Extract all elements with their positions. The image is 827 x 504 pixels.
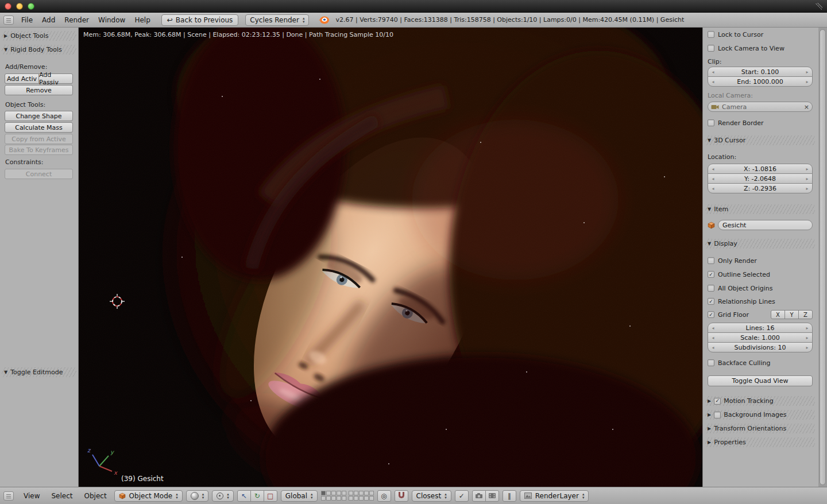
cursor-y-slider[interactable]: ◂ Y: -2.0648 ▸ — [708, 173, 813, 184]
grid-floor-checkbox[interactable]: ✓ — [708, 311, 714, 318]
connect-button[interactable]: Connect — [5, 169, 73, 179]
stepper-right-icon[interactable]: ▸ — [805, 166, 810, 172]
render-border-checkbox[interactable] — [708, 119, 714, 126]
only-render-checkbox[interactable] — [708, 257, 714, 264]
editor-type-button[interactable] — [3, 15, 14, 25]
layer-cell[interactable] — [349, 491, 353, 495]
stepper-right-icon[interactable]: ▸ — [805, 335, 810, 340]
stepper-left-icon[interactable]: ◂ — [710, 69, 716, 75]
stepper-right-icon[interactable]: ▸ — [805, 79, 810, 84]
local-camera-field[interactable]: Camera × — [708, 102, 813, 112]
clip-end-slider[interactable]: ◂ End: 1000.000 ▸ — [708, 76, 813, 87]
layer-cell[interactable] — [326, 496, 331, 501]
viewport-canvas[interactable]: x y z Mem: 306.68M, Peak: 306.68M | Scen… — [79, 28, 702, 487]
back-to-previous-button[interactable]: ↩ Back to Previous — [161, 14, 239, 26]
layer-cell[interactable] — [354, 496, 358, 501]
grid-axis-y-toggle[interactable]: Y — [785, 310, 799, 319]
clip-start-slider[interactable]: ◂ Start: 0.100 ▸ — [708, 67, 813, 77]
editor-type-button[interactable] — [3, 491, 14, 501]
panel-header-properties[interactable]: ▶ Properties — [705, 437, 815, 447]
layer-cell[interactable] — [364, 496, 369, 501]
stepper-right-icon[interactable]: ▸ — [805, 325, 810, 331]
scale-manipulator-icon[interactable]: □ — [264, 490, 277, 502]
layer-cell[interactable] — [369, 491, 374, 495]
menu-view[interactable]: View — [20, 492, 44, 500]
clear-camera-icon[interactable]: × — [804, 103, 809, 111]
render-engine-select[interactable]: Cycles Render ▴▾ — [245, 14, 309, 26]
panel-header-toggle-editmode[interactable]: ▼ Toggle Editmode — [2, 367, 76, 377]
panel-header-display[interactable]: ▼ Display — [705, 239, 815, 249]
scrollbar-thumb[interactable] — [820, 29, 826, 485]
zoom-window-button[interactable] — [28, 3, 34, 10]
cursor-x-slider[interactable]: ◂ X: -1.0816 ▸ — [708, 164, 813, 174]
stepper-right-icon[interactable]: ▸ — [805, 69, 810, 75]
add-active-button[interactable]: Add Activ — [5, 73, 39, 84]
layer-cell[interactable] — [331, 496, 336, 501]
layer-cell[interactable] — [337, 491, 341, 495]
render-layer-select[interactable]: RenderLayer ▴▾ — [520, 490, 589, 502]
remove-button[interactable]: Remove — [5, 85, 73, 95]
stepper-left-icon[interactable]: ◂ — [710, 345, 716, 350]
grid-axis-z-toggle[interactable]: Z — [798, 310, 813, 319]
opengl-render-anim-button[interactable] — [485, 490, 499, 502]
menu-object[interactable]: Object — [80, 492, 111, 500]
menu-help[interactable]: Help — [130, 16, 154, 24]
proportional-edit-button[interactable]: ◎ — [377, 490, 391, 502]
stepper-left-icon[interactable]: ◂ — [710, 186, 716, 191]
layer-cell[interactable] — [349, 496, 353, 501]
snap-align-button[interactable]: ✓ — [455, 490, 469, 502]
layer-cell[interactable] — [359, 491, 364, 495]
snap-toggle-button[interactable] — [395, 490, 408, 502]
add-passive-button[interactable]: Add Passiv — [38, 73, 73, 84]
pivot-point-select[interactable]: ▴▾ — [212, 490, 234, 502]
grid-subdivisions-slider[interactable]: ◂ Subdivisions: 10 ▸ — [708, 342, 813, 352]
grid-axis-x-toggle[interactable]: X — [771, 310, 785, 319]
n-panel-scrollbar[interactable] — [818, 28, 827, 487]
stepper-left-icon[interactable]: ◂ — [710, 79, 716, 84]
layer-cell[interactable] — [342, 496, 346, 501]
panel-header-transform-orientations[interactable]: ▶ Transform Orientations — [705, 424, 815, 433]
layer-cell[interactable] — [337, 496, 341, 501]
layer-cell[interactable] — [342, 491, 346, 495]
layer-cell[interactable] — [331, 491, 336, 495]
panel-header-object-tools[interactable]: ▶ Object Tools — [2, 31, 76, 41]
viewport-shading-select[interactable]: ▴▾ — [186, 490, 209, 502]
outline-selected-checkbox[interactable]: ✓ — [708, 271, 714, 278]
translate-manipulator-icon[interactable]: ↖ — [237, 490, 251, 502]
grid-lines-slider[interactable]: ◂ Lines: 16 ▸ — [708, 323, 813, 333]
panel-header-motion-tracking[interactable]: ▶ ✓ Motion Tracking — [705, 396, 815, 406]
backface-culling-checkbox[interactable] — [708, 359, 714, 366]
stepper-right-icon[interactable]: ▸ — [805, 176, 810, 181]
background-images-checkbox[interactable] — [714, 412, 721, 418]
motion-tracking-checkbox[interactable]: ✓ — [714, 398, 721, 405]
toggle-quad-view-button[interactable]: Toggle Quad View — [708, 375, 813, 386]
layer-cell[interactable] — [359, 496, 364, 501]
grid-scale-slider[interactable]: ◂ Scale: 1.000 ▸ — [708, 332, 813, 343]
all-object-origins-checkbox[interactable] — [708, 285, 714, 292]
panel-header-item[interactable]: ▼ Item — [705, 204, 815, 214]
layer-cell[interactable] — [354, 491, 358, 495]
layer-cell[interactable] — [364, 491, 369, 495]
cursor-z-slider[interactable]: ◂ Z: -0.2936 ▸ — [708, 183, 813, 193]
snap-target-select[interactable]: Closest ▴▾ — [412, 490, 451, 502]
stepper-left-icon[interactable]: ◂ — [710, 166, 716, 172]
lock-to-cursor-checkbox[interactable] — [708, 31, 714, 38]
layer-cell[interactable] — [326, 491, 331, 495]
minimize-window-button[interactable] — [16, 3, 23, 10]
transform-orientation-select[interactable]: Global ▴▾ — [281, 490, 318, 502]
menu-file[interactable]: File — [17, 16, 37, 24]
panel-header-rigid-body-tools[interactable]: ▼ Rigid Body Tools — [2, 45, 76, 55]
menu-window[interactable]: Window — [94, 16, 129, 24]
opengl-render-image-button[interactable] — [472, 490, 486, 502]
change-shape-button[interactable]: Change Shape — [5, 111, 73, 121]
lock-camera-checkbox[interactable] — [708, 45, 714, 52]
panel-header-background-images[interactable]: ▶ Background Images — [705, 410, 815, 420]
pause-render-button[interactable]: ∥ — [503, 490, 516, 502]
stepper-left-icon[interactable]: ◂ — [710, 335, 716, 340]
menu-select[interactable]: Select — [47, 492, 76, 500]
stepper-right-icon[interactable]: ▸ — [805, 345, 810, 350]
object-name-field[interactable]: Gesicht — [718, 220, 813, 230]
layer-cell[interactable] — [369, 496, 374, 501]
close-window-button[interactable] — [5, 3, 11, 10]
layer-cell[interactable] — [321, 491, 326, 495]
